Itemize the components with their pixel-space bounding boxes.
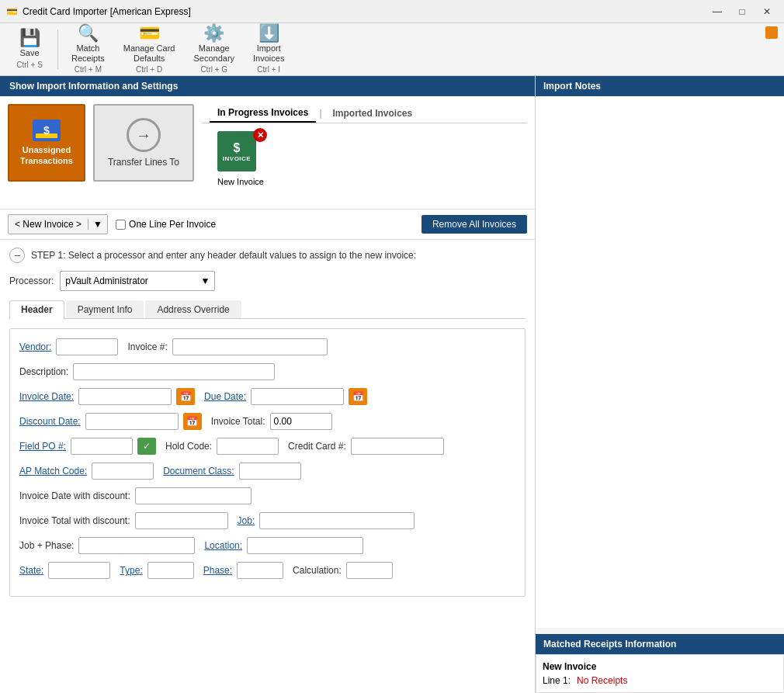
new-invoice-item[interactable]: $ INVOICE ✕ New Invoice — [210, 131, 272, 186]
import-info-bar[interactable]: Show Import Information and Settings — [0, 76, 535, 96]
calculation-label: Calculation: — [293, 565, 342, 576]
invoice-tabs: In Progress Invoices | Imported Invoices — [202, 104, 527, 123]
one-line-per-invoice-checkbox[interactable] — [116, 220, 126, 230]
hold-code-input[interactable] — [217, 438, 279, 455]
discount-date-calendar-button[interactable]: 📅 — [183, 413, 202, 430]
ap-match-label[interactable]: AP Match Code: — [19, 466, 87, 476]
processor-select[interactable]: pVault Administrator ▼ — [60, 271, 215, 291]
job-label[interactable]: Job: — [238, 515, 255, 526]
type-input[interactable] — [147, 562, 194, 579]
calculation-input[interactable] — [346, 562, 393, 579]
invoice-date-field: Invoice Date: 📅 — [19, 388, 195, 405]
step-collapse-button[interactable]: − — [9, 248, 25, 263]
step-header: − STEP 1: Select a processor and enter a… — [9, 248, 526, 263]
invoice-total-input[interactable] — [270, 413, 332, 430]
type-label[interactable]: Type: — [120, 565, 142, 576]
invoice-date-label[interactable]: Invoice Date: — [19, 391, 74, 402]
hold-code-field: Hold Code: — [165, 438, 279, 455]
manage-secondary-button[interactable]: ⚙️ ManageSecondary Ctrl + G — [185, 26, 243, 72]
matched-receipts-section: Matched Receipts Information New Invoice… — [536, 634, 784, 693]
field-po-check-button[interactable]: ✓ — [137, 438, 156, 455]
job-input[interactable] — [259, 512, 415, 529]
invoice-date-discount-input[interactable] — [135, 487, 252, 504]
minimize-button[interactable]: — — [706, 4, 728, 19]
import-invoices-button[interactable]: ⬇️ ImportInvoices Ctrl + I — [245, 26, 293, 72]
content-area: $ UnassignedTransactions → Transfer Line… — [0, 96, 535, 693]
discount-date-label[interactable]: Discount Date: — [19, 416, 81, 427]
invoice-icon: $ INVOICE ✕ — [217, 131, 264, 174]
phase-label[interactable]: Phase: — [203, 565, 232, 576]
form-tabs: Header Payment Info Address Override — [9, 300, 526, 319]
import-invoices-label: ImportInvoices — [253, 43, 284, 64]
type-field: Type: — [120, 562, 193, 579]
phase-input[interactable] — [237, 562, 283, 579]
transfer-circle-icon: → — [127, 118, 161, 152]
invoice-label: New Invoice — [217, 177, 264, 186]
job-phase-label: Job + Phase: — [19, 540, 74, 551]
invoice-total-discount-field: Invoice Total with discount: — [19, 512, 228, 529]
vendor-input[interactable] — [56, 338, 118, 355]
match-receipts-button[interactable]: 🔍 MatchReceipts Ctrl + M — [63, 26, 113, 72]
app-icon: 💳 — [6, 6, 18, 17]
invoice-delete-icon: ✕ — [253, 128, 267, 142]
unassigned-transactions-button[interactable]: $ UnassignedTransactions — [8, 104, 85, 182]
processor-label: Processor: — [9, 275, 54, 286]
invoice-date-input[interactable] — [78, 388, 172, 405]
tab-imported[interactable]: Imported Invoices — [325, 105, 421, 122]
description-field: Description: — [19, 363, 275, 380]
document-class-input[interactable] — [239, 463, 301, 480]
close-button[interactable]: ✕ — [756, 4, 778, 19]
tab-address-override[interactable]: Address Override — [145, 300, 241, 318]
tab-header[interactable]: Header — [9, 300, 64, 319]
state-field: State: — [19, 562, 110, 579]
description-input[interactable] — [73, 363, 275, 380]
new-invoice-dropdown[interactable]: < New Invoice > ▼ — [8, 214, 108, 234]
right-sidebar: Import Notes Matched Receipts Informatio… — [536, 76, 784, 693]
location-label[interactable]: Location: — [204, 540, 242, 551]
form-row-7: Invoice Date with discount: — [19, 487, 515, 504]
state-label[interactable]: State: — [19, 565, 43, 576]
form-area: Vendor: Invoice #: Description: — [9, 328, 526, 597]
invoice-total-discount-input[interactable] — [135, 512, 228, 529]
save-button[interactable]: 💾 Save Ctrl + S — [6, 26, 53, 72]
field-po-label[interactable]: Field PO #: — [19, 441, 66, 452]
dropdown-arrow[interactable]: ▼ — [88, 219, 107, 230]
field-po-input[interactable] — [71, 438, 133, 455]
form-row-10: State: Type: Phase: Calculation: — [19, 562, 515, 579]
vendor-label[interactable]: Vendor: — [19, 341, 51, 352]
manage-secondary-icon: ⚙️ — [203, 25, 224, 42]
ap-match-field: AP Match Code: — [19, 463, 154, 480]
credit-card-field: Credit Card #: — [288, 438, 444, 455]
manage-card-defaults-button[interactable]: 💳 Manage CardDefaults Ctrl + D — [115, 26, 184, 72]
one-line-checkbox-row: One Line Per Invoice — [116, 219, 216, 230]
invoice-doc: $ INVOICE — [217, 131, 256, 172]
credit-card-input[interactable] — [351, 438, 444, 455]
manage-card-defaults-label: Manage CardDefaults — [123, 43, 175, 64]
processor-row: Processor: pVault Administrator ▼ — [9, 271, 526, 291]
tab-in-progress[interactable]: In Progress Invoices — [210, 104, 316, 123]
invoice-num-input[interactable] — [172, 338, 328, 355]
document-class-label[interactable]: Document Class: — [163, 466, 234, 476]
maximize-button[interactable]: □ — [731, 4, 753, 19]
due-date-label[interactable]: Due Date: — [204, 391, 246, 402]
transfer-label: Transfer Lines To — [108, 157, 179, 168]
import-invoices-icon: ⬇️ — [258, 25, 279, 42]
save-shortcut: Ctrl + S — [16, 61, 43, 69]
location-field: Location: — [204, 537, 363, 554]
ap-match-input[interactable] — [92, 463, 154, 480]
due-date-input[interactable] — [251, 388, 344, 405]
due-date-calendar-button[interactable]: 📅 — [349, 388, 367, 405]
location-input[interactable] — [247, 537, 363, 554]
job-phase-input[interactable] — [78, 537, 195, 554]
hold-code-label: Hold Code: — [165, 441, 212, 452]
form-row-5: Field PO #: ✓ Hold Code: Credit Card #: — [19, 438, 515, 455]
main-container: Show Import Information and Settings $ U… — [0, 76, 784, 693]
unassigned-icon: $ — [33, 120, 61, 141]
state-input[interactable] — [48, 562, 110, 579]
invoice-date-calendar-button[interactable]: 📅 — [176, 388, 195, 405]
remove-all-button[interactable]: Remove All Invoices — [421, 215, 527, 234]
discount-date-input[interactable] — [85, 413, 179, 430]
manage-secondary-label: ManageSecondary — [193, 43, 234, 64]
tab-payment-info[interactable]: Payment Info — [66, 300, 144, 318]
transfer-lines-button[interactable]: → Transfer Lines To — [93, 104, 194, 182]
